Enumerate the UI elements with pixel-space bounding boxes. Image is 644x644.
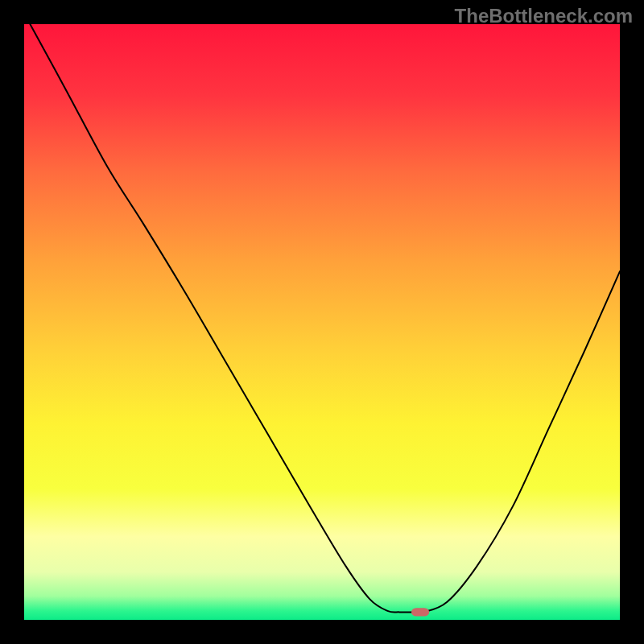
watermark-text: TheBottleneck.com xyxy=(455,5,633,27)
chart-background xyxy=(24,24,620,620)
bottleneck-chart: TheBottleneck.com xyxy=(0,0,644,644)
chart-svg xyxy=(0,0,644,644)
optimum-marker xyxy=(411,608,429,616)
